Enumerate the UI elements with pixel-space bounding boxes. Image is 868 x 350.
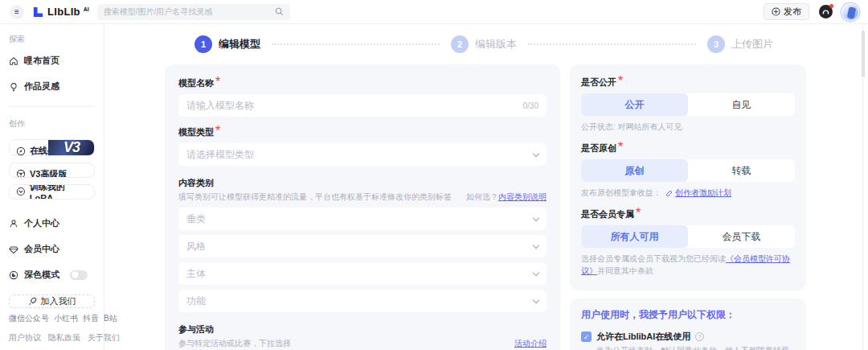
search-box[interactable] [97, 4, 290, 20]
main-content: 1 编辑模型 2 编辑版本 3 上传图片 模型名称* 0/30 [104, 24, 868, 350]
sidebar-item-member-center[interactable]: 会员中心 [9, 243, 95, 255]
step-number: 1 [194, 35, 212, 53]
original-option-repost[interactable]: 转载 [688, 159, 795, 182]
sidebar-divider [9, 106, 95, 107]
public-toggle: 公开 自见 [581, 93, 795, 116]
avatar[interactable] [842, 4, 858, 20]
member-exclusive-label: 是否会员专属 [581, 209, 634, 219]
required-mark: * [636, 206, 641, 220]
sidebar-section-explore: 探索 [9, 34, 95, 45]
wheel-icon [16, 169, 26, 178]
publish-button[interactable]: 发布 [764, 3, 809, 20]
model-name-input[interactable] [186, 100, 523, 111]
category-desc: 填写类别可让模型获得更精准的流量，平台也有权基于标准修改你的类别标签 [178, 191, 452, 203]
link-terms[interactable]: 用户协议 [9, 332, 41, 344]
publish-label: 发布 [784, 6, 801, 18]
model-form-card: 模型名称* 0/30 模型类型* 请选择模型类型 内容类别 [165, 64, 560, 350]
member-option-everyone[interactable]: 所有人可用 [581, 225, 688, 248]
step-edit-model[interactable]: 1 编辑模型 [194, 35, 260, 53]
permissions-card: 用户使用时，我授予用户以下权限： 允许在LiblibAI在线使用 当为公开状态时… [570, 299, 806, 350]
category-help-link[interactable]: 内容类别说明 [498, 192, 547, 201]
logo[interactable]: LIbLIb AI [32, 6, 89, 19]
chevron-down-icon [533, 150, 539, 156]
sidebar-item-personal-center[interactable]: 个人中心 [9, 217, 95, 229]
link-wechat[interactable]: 微信公众号 [9, 313, 49, 324]
hamburger-icon: ≡ [14, 7, 19, 16]
original-label: 是否原创 [581, 143, 616, 153]
sidebar: 探索 哩布首页 作品灵感 创作 在线生图 [0, 24, 104, 350]
step-number: 2 [451, 35, 469, 53]
category-select-vertical[interactable]: 垂类 [178, 208, 547, 230]
select-placeholder: 风格 [186, 240, 206, 253]
sidebar-item-label: 作品灵感 [24, 80, 59, 93]
diamond-icon [9, 245, 18, 254]
sidebar-item-label: 个人中心 [24, 217, 59, 229]
chevron-down-icon [533, 241, 539, 248]
search-input[interactable] [104, 7, 270, 16]
checkbox-checked[interactable] [581, 331, 592, 342]
step-label: 上传图片 [731, 37, 773, 51]
member-helper-suffix: 并同意其中条款 [597, 266, 653, 275]
train-icon [16, 187, 26, 196]
sidebar-item-dark-mode: 深色模式 [9, 269, 95, 281]
sidebar-item-label: 深色模式 [24, 269, 59, 281]
logo-text: LIbLIb [47, 6, 80, 19]
model-name-label: 模型名称 [178, 78, 214, 88]
join-us-button[interactable]: 加入我们 [9, 294, 95, 308]
select-placeholder: 功能 [186, 294, 206, 308]
moon-icon [9, 270, 18, 280]
category-select-function[interactable]: 功能 [178, 290, 547, 312]
model-name-inputrow: 0/30 [178, 94, 547, 117]
sidebar-section-create: 创作 [9, 118, 95, 130]
creator-incentive-link[interactable]: 创作者激励计划 [675, 187, 731, 199]
publish-settings-card: 是否公开* 公开 自见 公开状态: 对网站所有人可见 是否原创* 原创 转载 发… [570, 64, 806, 290]
link-xiaohongshu[interactable]: 小红书 [54, 313, 78, 324]
topbar-actions: 发布 [764, 3, 858, 20]
menu-button[interactable]: ≡ [10, 5, 24, 19]
notification-button[interactable] [819, 5, 833, 19]
scrollbar-thumb[interactable] [862, 31, 865, 77]
link-privacy[interactable]: 隐私政策 [48, 332, 80, 344]
help-icon[interactable] [695, 332, 704, 341]
chevron-down-icon [533, 296, 539, 303]
category-select-subject[interactable]: 主体 [178, 262, 547, 285]
category-help-prefix: 如何选？ [466, 192, 498, 201]
original-option-original[interactable]: 原创 [581, 159, 688, 182]
stepper: 1 编辑模型 2 编辑版本 3 上传图片 [194, 35, 773, 53]
sidebar-item-label: 会员中心 [24, 243, 59, 255]
step-edit-version[interactable]: 2 编辑版本 [451, 35, 517, 53]
sidebar-item-inspiration[interactable]: 作品灵感 [9, 80, 95, 93]
logo-sup: AI [84, 6, 89, 12]
chevron-down-icon [533, 214, 539, 220]
step-number: 3 [707, 35, 725, 53]
model-type-select[interactable]: 请选择模型类型 [178, 143, 547, 166]
sidebar-item-online-generation[interactable]: 在线生图 Web UI V3 [9, 139, 95, 156]
activity-desc: 参与特定活动或比赛，下拉选择 [178, 338, 291, 349]
member-option-member-download[interactable]: 会员下载 [688, 225, 795, 248]
sidebar-item-label: V3高级版 [30, 168, 67, 178]
required-mark: * [618, 140, 623, 154]
public-option-private[interactable]: 自见 [688, 93, 795, 116]
plus-circle-icon [772, 7, 780, 16]
member-helper: 选择会员专属或会员下载视为您已经阅读《会员模型许可协议》并同意其中条款 [581, 253, 795, 277]
original-helper: 发布原创模型拿收益： 创作者激励计划 [581, 187, 795, 199]
activity-intro-link[interactable]: 活动介绍 [514, 338, 547, 349]
stepper-connector [528, 43, 696, 45]
required-mark: * [618, 74, 623, 88]
sidebar-item-train-lora[interactable]: 训练我的LoRA [9, 184, 95, 200]
sidebar-item-v3-advanced[interactable]: V3高级版 88 Version [9, 163, 95, 178]
permission-label: 允许在LiblibAI在线使用 [596, 331, 690, 343]
sidebar-item-label: 哩布首页 [24, 55, 59, 67]
user-icon [9, 219, 18, 229]
category-select-style[interactable]: 风格 [178, 235, 547, 257]
sidebar-item-home[interactable]: 哩布首页 [9, 55, 95, 67]
step-upload-images[interactable]: 3 上传图片 [707, 35, 773, 53]
public-helper: 公开状态: 对网站所有人可见 [581, 121, 795, 133]
link-douyin[interactable]: 抖音 [83, 313, 99, 324]
v3-badge: V3 [48, 139, 95, 156]
select-placeholder: 请选择模型类型 [186, 148, 254, 162]
dark-mode-toggle[interactable] [70, 270, 88, 280]
stepper-connector [272, 43, 440, 45]
activity-label: 参与活动 [178, 324, 214, 334]
public-option-public[interactable]: 公开 [581, 93, 688, 116]
